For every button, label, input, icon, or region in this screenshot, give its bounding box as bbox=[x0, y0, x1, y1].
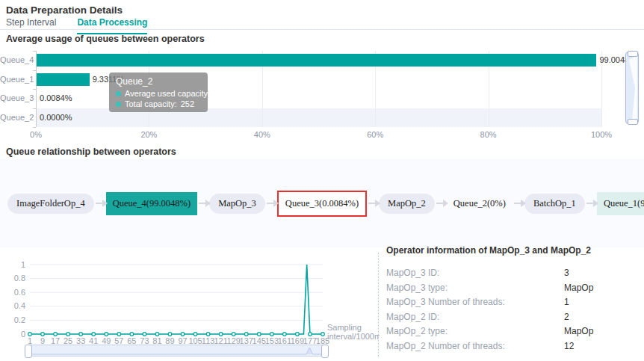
flow-arrow-icon bbox=[436, 203, 444, 204]
usage-bar[interactable] bbox=[37, 54, 596, 67]
bar-category-label: Queue_4 bbox=[0, 51, 31, 70]
flow-node-mapop-2[interactable]: MapOp_2 bbox=[379, 194, 435, 214]
tab-step-interval[interactable]: Step Interval bbox=[6, 17, 56, 34]
queue-usage-line-chart[interactable]: 00.20.40.60.8119172533414957657381899710… bbox=[0, 251, 377, 360]
page-header: Data Preparation Details Step Interval D… bbox=[0, 0, 644, 30]
info-row: MapOp_3 ID:3 bbox=[386, 266, 640, 281]
queue-usage-bar-chart[interactable]: Queue_499.0048%Queue_19.3311%Queue_30.00… bbox=[0, 46, 644, 142]
bar-chart-x-tick: 100% bbox=[591, 130, 612, 139]
data-preparation-details-page: Data Preparation Details Step Interval D… bbox=[0, 0, 644, 361]
axis-tick bbox=[33, 89, 36, 90]
tooltip-value: 252 bbox=[181, 99, 194, 108]
flow-node-mapop-3[interactable]: MapOp_3 bbox=[209, 194, 265, 214]
panel-divider bbox=[378, 253, 379, 357]
svg-text:0.6: 0.6 bbox=[14, 288, 25, 297]
info-value: 2 bbox=[564, 310, 569, 325]
bar-chart-x-tick: 20% bbox=[140, 130, 157, 139]
bar-chart-x-tick: 60% bbox=[367, 130, 383, 139]
tab-bar: Step Interval Data Processing bbox=[6, 17, 147, 34]
bar-chart-x-tick: 80% bbox=[480, 130, 497, 139]
operator-info-title: Operator information of MapOp_3 and MapO… bbox=[386, 245, 640, 256]
svg-text:0.4: 0.4 bbox=[14, 301, 25, 310]
bar-chart-x-tick: 0% bbox=[30, 130, 42, 139]
line-chart-x-axis-label: Sampling interval/1000ms bbox=[327, 323, 380, 342]
datazoom-left-handle[interactable] bbox=[25, 345, 32, 358]
info-row: MapOp_2 Number of threads:12 bbox=[386, 339, 640, 354]
info-row: MapOp_2 type:MapOp bbox=[386, 324, 640, 339]
series-dot-icon bbox=[116, 102, 121, 107]
info-label: MapOp_2 ID: bbox=[386, 310, 564, 325]
flow-node-queue-1[interactable]: Queue_1(9.3311%) bbox=[597, 192, 644, 215]
axis-tick bbox=[33, 70, 36, 71]
flow-node-imagefolderop-4[interactable]: ImageFolderOp_4 bbox=[7, 194, 94, 214]
info-row: MapOp_3 type:MapOp bbox=[386, 281, 640, 296]
flow-arrow-icon bbox=[514, 203, 521, 204]
bar-section-title: Average usage of queues between operator… bbox=[6, 34, 205, 44]
datazoom-bottom-handle[interactable] bbox=[628, 119, 638, 125]
flow-arrow-icon bbox=[368, 203, 376, 204]
bar-value-label: 0.0000% bbox=[40, 108, 72, 128]
svg-text:0.2: 0.2 bbox=[14, 315, 25, 324]
axis-tick bbox=[33, 127, 36, 128]
info-value: 3 bbox=[564, 266, 569, 281]
info-label: MapOp_2 Number of threads: bbox=[386, 339, 564, 354]
datazoom-top-handle[interactable] bbox=[628, 51, 638, 57]
series-dot-icon bbox=[116, 91, 121, 96]
tooltip-row: Average used capacity: 0 bbox=[116, 89, 201, 98]
bar-value-label: 0.0084% bbox=[40, 89, 72, 108]
info-value: 12 bbox=[564, 339, 574, 354]
tooltip-label: Average used capacity: bbox=[125, 89, 210, 98]
flow-section-title: Queue relationship between operators bbox=[6, 146, 176, 157]
bar-category-label: Queue_1 bbox=[0, 70, 31, 90]
info-label: MapOp_3 ID: bbox=[386, 266, 564, 281]
tooltip-value: 0 bbox=[214, 89, 218, 98]
flow-node-queue-2[interactable]: Queue_2(0%) bbox=[447, 192, 513, 215]
axis-tick bbox=[33, 51, 36, 52]
tooltip-label: Total capacity: bbox=[125, 99, 177, 108]
flow-node-queue-3-selected[interactable]: Queue_3(0.0084%) bbox=[277, 191, 367, 217]
info-value: 1 bbox=[564, 295, 569, 310]
flow-arrow-icon bbox=[199, 203, 206, 204]
operator-info-rows: MapOp_3 ID:3 MapOp_3 type:MapOp MapOp_3 … bbox=[386, 266, 640, 354]
svg-text:1: 1 bbox=[21, 260, 25, 269]
tooltip-row: Total capacity: 252 bbox=[116, 99, 201, 108]
flow-arrow-icon bbox=[267, 203, 274, 204]
queue-flow-diagram: ImageFolderOp_4 Queue_4(99.0048%) MapOp_… bbox=[0, 159, 644, 247]
info-row: MapOp_2 ID:2 bbox=[386, 310, 640, 325]
info-row: MapOp_3 Number of threads:1 bbox=[386, 295, 640, 310]
flow-node-queue-4[interactable]: Queue_4(99.0048%) bbox=[106, 192, 198, 215]
tab-data-processing[interactable]: Data Processing bbox=[77, 17, 147, 34]
horizontal-datazoom-slider[interactable] bbox=[27, 345, 326, 357]
bar-chart-x-tick: 40% bbox=[254, 130, 270, 139]
info-label: MapOp_3 Number of threads: bbox=[386, 295, 564, 310]
flow-node-batchop-1[interactable]: BatchOp_1 bbox=[524, 194, 585, 214]
operator-info-panel: Operator information of MapOp_3 and MapO… bbox=[386, 245, 640, 354]
info-value: MapOp bbox=[564, 324, 593, 339]
flow-arrow-icon bbox=[586, 203, 594, 204]
info-label: MapOp_3 type: bbox=[386, 281, 564, 296]
flow-arrow-icon bbox=[96, 203, 103, 204]
tooltip-title: Queue_2 bbox=[116, 76, 201, 87]
datazoom-shadow bbox=[626, 52, 638, 123]
bar-category-label: Queue_2 bbox=[0, 108, 31, 128]
bar-category-label: Queue_3 bbox=[0, 89, 31, 108]
svg-text:0: 0 bbox=[21, 330, 25, 339]
axis-tick bbox=[33, 108, 36, 109]
svg-text:0.8: 0.8 bbox=[14, 274, 25, 283]
page-title: Data Preparation Details bbox=[6, 4, 123, 16]
info-value: MapOp bbox=[564, 281, 593, 296]
vertical-datazoom-slider[interactable] bbox=[625, 52, 639, 124]
datazoom-shadow bbox=[28, 345, 326, 356]
datazoom-right-handle[interactable] bbox=[321, 345, 329, 358]
usage-bar[interactable] bbox=[37, 73, 90, 86]
chart-tooltip: Queue_2 Average used capacity: 0 Total c… bbox=[109, 72, 208, 112]
info-label: MapOp_2 type: bbox=[386, 324, 564, 339]
